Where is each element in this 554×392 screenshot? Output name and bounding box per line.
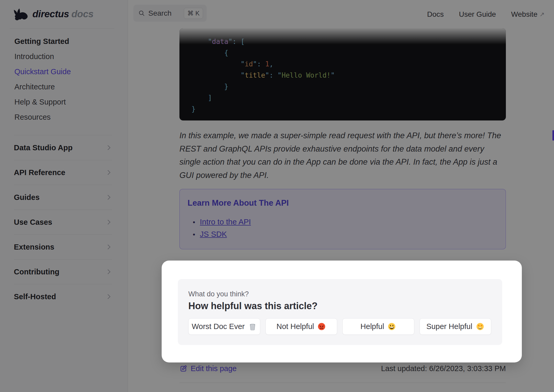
feedback-kicker: What do you think?: [188, 290, 491, 298]
grinning-face-emoji-icon: [387, 322, 396, 331]
edit-pencil-icon: [179, 365, 187, 373]
chevron-right-icon: [105, 269, 111, 274]
sidebar-section-api-reference[interactable]: API Reference: [14, 160, 112, 185]
footer-divider: [179, 383, 506, 383]
feedback-button-worst-doc-ever[interactable]: Worst Doc Ever: [188, 318, 260, 335]
edit-this-page-link[interactable]: Edit this page: [179, 364, 237, 373]
feedback-button-label: Worst Doc Ever: [192, 322, 245, 331]
feedback-question: How helpful was this article?: [188, 300, 491, 312]
sidebar-section-data-studio-app[interactable]: Data Studio App: [14, 135, 112, 160]
sidebar-section-contributing[interactable]: Contributing: [14, 259, 112, 284]
sidebar-section-guides[interactable]: Guides: [14, 185, 112, 210]
chevron-right-icon: [105, 195, 111, 200]
feedback-button-label: Helpful: [360, 322, 384, 331]
sidebar-nav: Getting Started Introduction Quickstart …: [0, 34, 128, 125]
list-item: • JS SDK: [188, 228, 498, 240]
sidebar-section-label: Data Studio App: [14, 143, 72, 152]
nav-link-user-guide[interactable]: User Guide: [459, 10, 496, 19]
feedback-button-label: Not Helpful: [276, 322, 314, 331]
info-box-link-list: • Intro to the API • JS SDK: [188, 216, 498, 240]
chevron-right-icon: [105, 294, 111, 299]
sidebar-sections: Data Studio App API Reference Guides Use…: [14, 135, 112, 309]
sidebar-item-help-support[interactable]: Help & Support: [0, 94, 128, 109]
sidebar-section-label: Use Cases: [14, 218, 52, 227]
list-item: • Intro to the API: [188, 216, 498, 228]
sidebar-logo-divider: [10, 28, 114, 29]
edit-this-page-label: Edit this page: [191, 364, 237, 373]
nav-link-docs[interactable]: Docs: [427, 10, 444, 19]
sidebar-item-getting-started[interactable]: Getting Started: [0, 34, 128, 49]
scrollbar-thumb[interactable]: [552, 130, 554, 141]
search-label: Search: [148, 9, 184, 18]
feedback-button-label: Super Helpful: [426, 322, 472, 331]
sidebar-section-label: API Reference: [14, 168, 65, 177]
code-block-json-response: "data": [ { "id": 1, "title": "Hello Wor…: [179, 28, 506, 120]
sidebar-item-resources[interactable]: Resources: [0, 109, 128, 125]
article-paragraph: In this example, we made a super-simple …: [179, 129, 507, 182]
chevron-right-icon: [105, 145, 111, 150]
code-content: "data": [ { "id": 1, "title": "Hello Wor…: [191, 36, 506, 115]
feedback-button-helpful[interactable]: Helpful: [342, 318, 414, 335]
sidebar-section-label: Extensions: [14, 243, 54, 251]
enraged-face-emoji-icon: [317, 322, 326, 331]
nav-link-website[interactable]: Website ↗: [511, 10, 545, 19]
sidebar-item-architecture[interactable]: Architecture: [0, 79, 128, 94]
search-button[interactable]: Search ⌘ K: [133, 5, 207, 22]
chevron-right-icon: [105, 220, 111, 225]
directus-rabbit-icon: [13, 7, 29, 21]
sidebar-item-quickstart-guide[interactable]: Quickstart Guide: [0, 64, 128, 79]
sidebar-section-self-hosted[interactable]: Self-Hosted: [14, 284, 112, 309]
feedback-button-super-helpful[interactable]: Super Helpful: [420, 318, 491, 335]
sidebar-section-label: Contributing: [14, 268, 59, 276]
sidebar-section-label: Self-Hosted: [14, 292, 56, 301]
logo-wordmark: directusdocs: [32, 9, 93, 20]
feedback-card: What do you think? How helpful was this …: [178, 279, 502, 345]
sidebar-section-label: Guides: [14, 193, 39, 202]
link-intro-to-the-api[interactable]: Intro to the API: [200, 216, 251, 228]
wastebasket-emoji-icon: [248, 322, 257, 331]
chevron-right-icon: [105, 244, 111, 250]
sidebar-section-use-cases[interactable]: Use Cases: [14, 210, 112, 234]
bullet-marker: •: [193, 216, 195, 228]
info-box-title: Learn More About The API: [188, 198, 498, 208]
star-struck-emoji-icon: [476, 322, 484, 331]
nav-link-website-label: Website: [511, 10, 538, 19]
feedback-spotlight-panel: What do you think? How helpful was this …: [162, 261, 522, 362]
bullet-marker: •: [193, 229, 195, 240]
sidebar-section-extensions[interactable]: Extensions: [14, 234, 112, 259]
logo[interactable]: directusdocs: [13, 4, 93, 24]
external-link-icon: ↗: [540, 11, 545, 18]
search-shortcut-badge: ⌘ K: [184, 8, 203, 19]
last-updated-text: Last updated: 6/26/2023, 3:03:33 PM: [381, 364, 506, 373]
search-icon: [138, 10, 145, 17]
sidebar: directusdocs Getting Started Introductio…: [0, 0, 128, 392]
feedback-options-row: Worst Doc Ever Not Helpful Hel: [188, 318, 491, 335]
link-js-sdk[interactable]: JS SDK: [200, 228, 227, 240]
feedback-button-not-helpful[interactable]: Not Helpful: [265, 318, 337, 335]
chevron-right-icon: [105, 170, 111, 175]
page-footer-meta: Edit this page Last updated: 6/26/2023, …: [179, 364, 506, 373]
sidebar-item-introduction[interactable]: Introduction: [0, 49, 128, 64]
top-navigation: Docs User Guide Website ↗: [427, 0, 545, 29]
learn-more-info-box: Learn More About The API • Intro to the …: [179, 189, 506, 249]
logo-brand-name: directus: [32, 9, 69, 19]
logo-brand-suffix: docs: [71, 9, 93, 19]
